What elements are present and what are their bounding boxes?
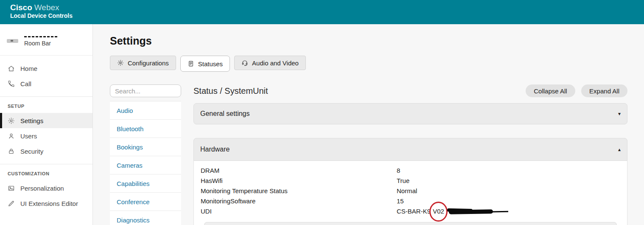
user-icon xyxy=(8,132,15,140)
sidebar-divider xyxy=(0,96,92,97)
sidebar-item-label: Users xyxy=(20,132,37,140)
device-thumbnail-image xyxy=(7,39,18,43)
category-item-conference[interactable]: Conference xyxy=(110,192,181,211)
status-key: HasWifi xyxy=(194,177,397,184)
udi-version: V02 xyxy=(433,208,444,215)
category-item-capabilities[interactable]: Capabilities xyxy=(110,174,181,192)
udi-prefix: CS-BAR-K9 xyxy=(397,208,432,215)
app-header: CiscoWebex Local Device Controls xyxy=(0,0,644,24)
sidebar-item-ui-extensions-editor[interactable]: UI Extensions Editor xyxy=(0,196,92,211)
sidebar-item-label: Call xyxy=(20,80,31,87)
sidebar-section-customization: CUSTOMIZATION xyxy=(0,168,92,180)
status-category-column: Audio Bluetooth Bookings Cameras Capabil… xyxy=(110,84,181,225)
device-info: Room Bar xyxy=(0,24,92,56)
panel-title: Hardware xyxy=(200,146,230,153)
table-row: DRAM 8 xyxy=(194,165,627,175)
pencil-icon xyxy=(8,200,15,207)
sidebar-item-users[interactable]: Users xyxy=(0,128,92,143)
redaction-circle-annotation: V02 xyxy=(432,208,445,215)
headset-icon xyxy=(241,59,248,66)
status-key: DRAM xyxy=(194,167,397,174)
document-icon xyxy=(188,60,194,67)
tab-label: Configurations xyxy=(128,59,169,67)
status-breadcrumb-title: Status / SystemUnit xyxy=(193,86,268,96)
chevron-down-icon: ▾ xyxy=(618,111,621,117)
settings-tabs: Configurations Statuses Audio and Video xyxy=(110,56,644,72)
panel-general-settings-header[interactable]: General settings ▾ xyxy=(193,103,627,124)
sidebar-item-label: UI Extensions Editor xyxy=(20,200,78,207)
page-title: Settings xyxy=(110,35,644,47)
redacted-device-name xyxy=(24,36,57,37)
status-value: True xyxy=(397,177,627,184)
sidebar-item-security[interactable]: Security xyxy=(0,143,92,159)
sidebar-item-settings[interactable]: Settings xyxy=(0,113,92,128)
tab-configurations[interactable]: Configurations xyxy=(110,56,176,70)
panel-hardware-subsection[interactable] xyxy=(204,222,617,225)
device-model-label: Room Bar xyxy=(24,40,57,47)
brand-webex: Webex xyxy=(34,3,59,12)
main-content: Settings Configurations Statuses Audio a… xyxy=(93,24,644,225)
status-actions: Collapse All Expand All xyxy=(521,84,627,97)
app-subtitle: Local Device Controls xyxy=(10,12,644,20)
tab-label: Statuses xyxy=(198,60,223,68)
status-value: 8 xyxy=(397,167,627,174)
sidebar-item-personalization[interactable]: Personalization xyxy=(0,180,92,196)
panel-hardware: Hardware ▴ DRAM 8 HasWifi True xyxy=(193,138,627,225)
tab-statuses[interactable]: Statuses xyxy=(180,56,230,72)
chevron-up-icon: ▴ xyxy=(618,146,621,152)
status-value-udi: CS-BAR-K9 V02 xyxy=(397,208,627,215)
status-key: UDI xyxy=(194,208,397,215)
collapse-all-button[interactable]: Collapse All xyxy=(526,84,575,97)
status-value: 15 xyxy=(397,197,627,205)
status-detail: Status / SystemUnit Collapse All Expand … xyxy=(193,84,627,225)
sidebar: Room Bar Home Call SETUP xyxy=(0,24,93,225)
redaction-scribble xyxy=(449,209,493,214)
sidebar-item-call[interactable]: Call xyxy=(0,76,92,91)
gear-icon xyxy=(8,117,15,124)
status-key: Monitoring Temperature Status xyxy=(194,187,397,194)
tab-label: Audio and Video xyxy=(252,59,299,67)
category-item-cameras[interactable]: Cameras xyxy=(110,156,181,174)
panel-general-settings: General settings ▾ xyxy=(193,103,627,124)
search-input[interactable] xyxy=(110,84,181,97)
table-row: HasWifi True xyxy=(194,175,627,186)
sidebar-divider xyxy=(0,164,92,164)
hardware-status-table: DRAM 8 HasWifi True Monitoring Temperatu… xyxy=(193,161,627,225)
category-item-diagnostics[interactable]: Diagnostics xyxy=(110,211,181,225)
gear-icon xyxy=(117,59,124,66)
sidebar-section-setup: SETUP xyxy=(0,100,92,113)
lock-icon xyxy=(8,148,15,155)
status-category-list: Audio Bluetooth Bookings Cameras Capabil… xyxy=(110,101,181,225)
sidebar-item-label: Security xyxy=(20,148,43,155)
sidebar-item-label: Personalization xyxy=(20,185,64,192)
category-item-audio[interactable]: Audio xyxy=(110,101,181,119)
image-icon xyxy=(8,185,15,192)
sidebar-item-label: Home xyxy=(20,65,37,72)
table-row: MonitoringSoftware 15 xyxy=(194,196,627,206)
tab-audio-and-video[interactable]: Audio and Video xyxy=(234,56,306,70)
brand-cisco: Cisco xyxy=(10,3,32,12)
panel-title: General settings xyxy=(200,110,250,118)
table-row: UDI CS-BAR-K9 V02 xyxy=(194,206,627,216)
category-item-bookings[interactable]: Bookings xyxy=(110,138,181,156)
sidebar-item-home[interactable]: Home xyxy=(0,61,92,76)
category-item-bluetooth[interactable]: Bluetooth xyxy=(110,119,181,138)
phone-icon xyxy=(8,80,15,87)
brand-logo: CiscoWebex xyxy=(10,3,644,12)
table-row: Monitoring Temperature Status Normal xyxy=(194,186,627,196)
status-value: Normal xyxy=(397,187,627,194)
panel-hardware-header[interactable]: Hardware ▴ xyxy=(193,138,627,161)
status-key: MonitoringSoftware xyxy=(194,197,397,205)
expand-all-button[interactable]: Expand All xyxy=(581,84,627,97)
sidebar-item-label: Settings xyxy=(20,117,43,124)
home-icon xyxy=(8,65,15,72)
